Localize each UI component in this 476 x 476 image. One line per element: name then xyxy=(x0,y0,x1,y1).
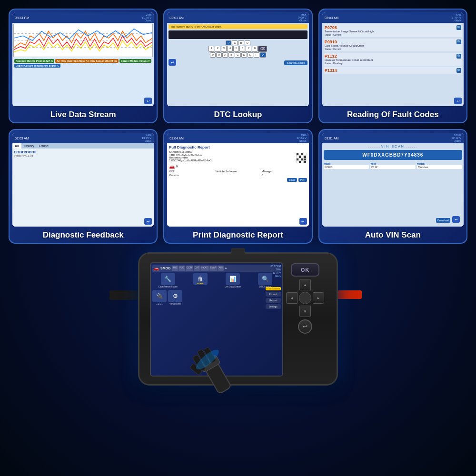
key-9[interactable]: 9 xyxy=(210,52,216,58)
dpad-right[interactable]: ► xyxy=(313,292,324,304)
dpad-up[interactable]: ▲ xyxy=(299,279,311,290)
key-6[interactable]: 6 xyxy=(239,46,245,52)
report-content: Full Diagnostic Report Sn 988971600559 T… xyxy=(167,143,308,227)
eobd-label: EOBD/OBDII xyxy=(14,150,152,154)
report-btn[interactable]: Report xyxy=(266,298,281,303)
vin-scan-label: VIN SCAN xyxy=(381,145,405,148)
pdf-btn[interactable]: PDF xyxy=(298,178,307,182)
live-data-stream-screen: 08:33 PM 92% 11.76 V 0kb/s xyxy=(12,12,154,106)
dpad-center xyxy=(299,292,311,304)
key-D[interactable]: D xyxy=(241,52,247,58)
tab-ccm[interactable]: CCM xyxy=(186,266,193,271)
code-status-2: Status : Current xyxy=(325,48,461,50)
download-btn[interactable]: Down-load xyxy=(436,218,450,223)
key-5[interactable]: 5 xyxy=(233,46,239,52)
key-E[interactable]: E xyxy=(248,52,253,58)
key-0[interactable]: 0 xyxy=(216,52,222,58)
smog-tabs: MIS FUE CCM CAT HCAT EVAP AIR » xyxy=(172,266,227,271)
qr-code xyxy=(296,153,307,163)
code-desc-3: Intake Air Temperature Circuit Intermitt… xyxy=(325,59,461,62)
back-circle-button[interactable]: ↩ xyxy=(298,319,312,334)
email-btn[interactable]: Email xyxy=(287,178,297,182)
screen-header-5: 02:04 AM 49% 17.64 V 0kb/s xyxy=(167,133,308,143)
dtc-lookup-label: DTC Lookup xyxy=(164,106,311,122)
dpad-left[interactable]: ◄ xyxy=(286,292,298,304)
mileage-label: Mileage xyxy=(262,170,307,173)
year-item: Year 2012 xyxy=(370,162,416,169)
status-5: 49% 17.64 V 0kb/s xyxy=(297,134,307,142)
key-C[interactable]: C xyxy=(232,40,238,45)
back-button-6[interactable]: ↩ xyxy=(452,216,460,223)
chart-area xyxy=(13,24,153,57)
tab-history[interactable]: History xyxy=(21,143,37,149)
search-icon-2[interactable]: 🔍 xyxy=(456,40,461,44)
dtc-keyboard: P C B U 1 2 3 4 5 6 7 8 ⌫ xyxy=(169,40,307,58)
back-button-1[interactable]: ↩ xyxy=(144,98,152,104)
mileage-value: 0 xyxy=(262,174,307,177)
key-1[interactable]: 1 xyxy=(208,46,214,52)
key-2[interactable]: 2 xyxy=(215,46,220,52)
settings-btn[interactable]: Settings xyxy=(266,304,281,309)
device-battery: 93% xyxy=(271,268,281,271)
key-4[interactable]: 4 xyxy=(227,46,233,52)
search-icon-1[interactable]: 🔍 xyxy=(456,25,461,30)
key-backspace[interactable]: ⌫ xyxy=(258,46,267,52)
menu-item-other[interactable]: 🔌 ...2 S... xyxy=(152,290,167,305)
signal-6: 2kb/s xyxy=(455,139,461,142)
key-P[interactable]: P xyxy=(226,40,231,45)
search-icon-4[interactable]: 🔍 xyxy=(456,68,461,73)
menu-item-live[interactable]: 📊 Live Data Stream xyxy=(218,273,248,288)
diag-content: EOBD/OBDII Version:V11.08 ↩ xyxy=(12,149,154,227)
key-F[interactable]: F xyxy=(254,52,259,58)
back-button-4[interactable]: ↩ xyxy=(144,218,152,225)
fault-codes-screen: 02:03 AM 49% 17.64 V 0kb/s P0708 🔍 Trans… xyxy=(322,12,464,106)
antenna xyxy=(231,248,245,254)
vin-header: ....... VIN SCAN ....... xyxy=(324,145,462,148)
time-6: 03:01 AM xyxy=(325,137,339,140)
fault-code-P1112: P1112 🔍 Intake Air Temperature Circuit I… xyxy=(324,53,462,66)
search-google-btn[interactable]: SearchGoogle xyxy=(284,60,307,65)
tab-all[interactable]: All xyxy=(12,143,21,149)
print-report-screen: 02:04 AM 49% 17.64 V 0kb/s Full Diagnost… xyxy=(167,133,308,227)
back-button-2[interactable]: ↩ xyxy=(169,59,176,66)
key-3[interactable]: 3 xyxy=(221,46,227,52)
key-Ck[interactable]: C xyxy=(235,52,240,58)
tab-mis[interactable]: MIS xyxy=(172,266,178,271)
dtc-input[interactable] xyxy=(169,30,307,39)
ok-button[interactable]: OK xyxy=(291,263,319,277)
key-A[interactable]: A xyxy=(222,52,228,58)
device-status-bar: 08:37 PM 93% 11.76 V 0kb/s xyxy=(271,265,281,278)
fault-codes-card: 02:03 AM 49% 17.64 V 0kb/s P0708 🔍 Trans… xyxy=(318,9,467,123)
tab-evap[interactable]: EVAP xyxy=(209,266,218,271)
fault-code-P1314: P1314 🔍 xyxy=(324,67,462,74)
status-4: 49% 13.75 V 0kb/s xyxy=(142,134,152,142)
tab-hcat[interactable]: HCAT xyxy=(200,266,208,271)
tab-cat[interactable]: CAT xyxy=(194,266,200,271)
year-value: 2012 xyxy=(370,165,416,169)
back-button-5[interactable]: ↩ xyxy=(299,218,307,225)
tab-more-icon[interactable]: » xyxy=(224,266,227,271)
tab-air[interactable]: AIR xyxy=(218,266,224,271)
menu-item-erase[interactable]: 🗑 ERASE xyxy=(185,273,216,288)
search-icon-3[interactable]: 🔍 xyxy=(456,54,461,59)
key-confirm[interactable]: ✓ xyxy=(260,52,266,58)
fault-code-P0910: P0910 🔍 Gate Select Actuator Circuit/Ope… xyxy=(324,39,462,51)
fault-codes-content: P0708 🔍 Transmission Range Sensor A Circ… xyxy=(322,23,464,106)
menu-item-dtc[interactable]: 🔧 Code/Freeze Frame xyxy=(152,273,183,288)
key-B[interactable]: B xyxy=(238,40,244,45)
tab-fue[interactable]: FUE xyxy=(178,266,185,271)
key-8[interactable]: 8 xyxy=(252,46,258,52)
time-5: 02:04 AM xyxy=(169,137,184,140)
dpad-down[interactable]: ▼ xyxy=(299,306,311,317)
signal-5: 0kb/s xyxy=(299,139,306,142)
tab-offline[interactable]: Offline xyxy=(37,143,51,149)
key-Bk[interactable]: B xyxy=(228,52,234,58)
time-4: 02:03 AM xyxy=(15,137,29,140)
model-item: Model Mondee xyxy=(417,162,462,169)
dtc-lookup-screen: 02:01 AM 49% 0.00 V 0kb/s The current qu… xyxy=(167,12,308,106)
key-7[interactable]: 7 xyxy=(246,46,251,52)
expand-btn[interactable]: Expand xyxy=(266,292,281,297)
back-button-3[interactable]: ↩ xyxy=(454,98,462,104)
key-U[interactable]: U xyxy=(245,40,250,45)
signal-4: 0kb/s xyxy=(145,139,151,142)
